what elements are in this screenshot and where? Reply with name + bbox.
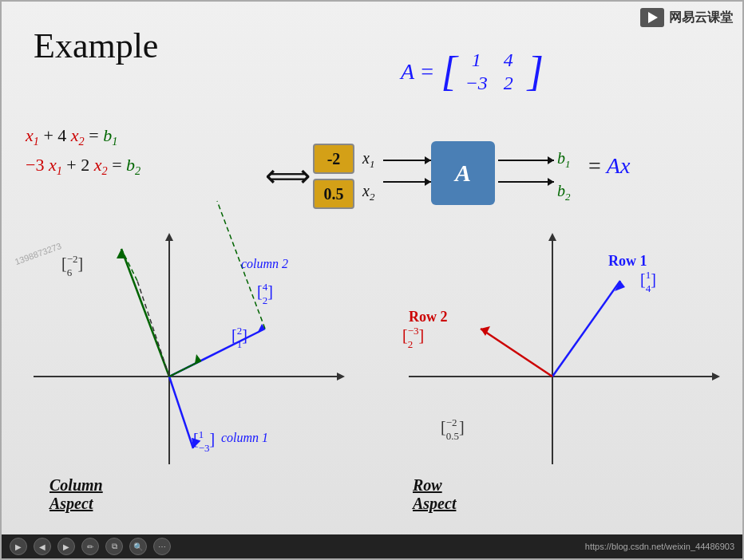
x-labels: x1 x2 [362, 149, 374, 203]
next-btn[interactable]: ▶ [57, 538, 75, 555]
b2-label: b2 [557, 182, 571, 203]
play-pause-btn[interactable]: ▶ [10, 538, 27, 555]
more-btn[interactable]: ⋯ [153, 538, 171, 555]
matrix-a-display: A = [ 1 4 −3 2 ] [401, 49, 544, 94]
right-graph: Row 1 [14] Row 2 [−32] [−20.5] [393, 233, 736, 496]
row1-label: Row 1 [608, 253, 647, 270]
b-labels: b1 b2 [557, 149, 571, 203]
prev-btn[interactable]: ◀ [34, 538, 51, 555]
x1-label: x1 [362, 149, 374, 171]
result-vec-label: [−26] [61, 253, 83, 280]
matrix-a-box: A [431, 141, 495, 205]
x1-eq1: x1 [26, 125, 39, 145]
edit-btn[interactable]: ✏ [81, 538, 99, 555]
equation-1: x1 + 4 x2 = b1 [26, 125, 140, 148]
col1-vec-label: [1−3] [193, 428, 215, 455]
zoom-in-btn[interactable]: 🔍 [129, 538, 147, 555]
row-aspect-line1: Row [413, 476, 456, 495]
logo-icon [640, 8, 664, 27]
equations-block: x1 + 4 x2 = b1 −3 x1 + 2 x2 = b2 [26, 125, 140, 179]
svg-marker-18 [712, 373, 720, 381]
page-title: Example [34, 26, 158, 66]
eq1-equals: = [89, 125, 103, 145]
svg-line-21 [552, 281, 620, 377]
equals-ax-label: = Ax [588, 153, 630, 179]
svg-line-10 [121, 249, 169, 377]
row-aspect-line2: Aspect [413, 495, 456, 513]
left-graph: column 2 [42] [21] column 1 [1−3] [−26] [18, 233, 361, 496]
eq2-equals: = [112, 155, 126, 175]
row1-vec-label: [14] [640, 269, 656, 296]
bracket-right: ] [528, 51, 544, 93]
bottom-bar: ▶ ◀ ▶ ✏ ⧉ 🔍 ⋯ https://blog.csdn.net/weix… [2, 534, 742, 558]
equals-sign: = [588, 153, 607, 178]
minus3: −3 [26, 155, 44, 175]
column-aspect-label: Column Aspect [49, 476, 103, 513]
arrow-x1-to-a [383, 160, 431, 161]
m00: 1 [461, 49, 493, 71]
top-bar: 网易云课堂 [640, 8, 733, 27]
x2-eq1: x2 [71, 125, 85, 145]
svg-marker-20 [548, 233, 556, 241]
input-box-2: 0.5 [313, 179, 354, 209]
x1-eq2: x1 [49, 155, 62, 175]
svg-line-23 [481, 329, 552, 377]
arrow-x2-to-a [383, 181, 431, 183]
b1-eq1: b1 [103, 125, 117, 145]
copy-btn[interactable]: ⧉ [105, 538, 123, 555]
row2-label: Row 2 [409, 309, 448, 325]
double-arrow: ⟺ [265, 157, 311, 195]
x-vec-label: [−20.5] [441, 416, 465, 444]
bracket-left: [ [441, 51, 457, 93]
input-boxes: -2 0.5 [313, 144, 354, 209]
logo-text: 网易云课堂 [669, 10, 733, 26]
x2-label: x2 [362, 182, 374, 203]
matrix-bracket: [ 1 4 −3 2 ] [441, 49, 544, 94]
column2-label: column 2 [241, 257, 288, 271]
svg-marker-5 [165, 233, 173, 241]
svg-marker-3 [337, 373, 345, 381]
row-aspect-label: Row Aspect [413, 476, 456, 513]
svg-marker-11 [117, 249, 126, 258]
column-aspect-line1: Column [49, 476, 103, 495]
col2-vec-label: [42] [257, 281, 273, 308]
bottom-controls: ▶ ◀ ▶ ✏ ⧉ 🔍 ⋯ [10, 538, 171, 555]
m11: 2 [493, 73, 524, 94]
arrow-a-to-b2 [498, 181, 554, 183]
column-aspect-line2: Aspect [49, 495, 103, 513]
svg-line-6 [169, 377, 193, 448]
matrix-a-label: A = [401, 59, 435, 85]
x2-eq2: x2 [94, 155, 108, 175]
m01: 4 [493, 49, 524, 71]
equation-2: −3 x1 + 2 x2 = b2 [26, 155, 140, 178]
col-combo-vec-label: [21] [232, 325, 247, 352]
matrix-values: 1 4 −3 2 [461, 49, 524, 94]
main-container: 网易云课堂 Example A = [ 1 4 −3 2 ] x1 + 4 x2… [0, 0, 744, 560]
b1-label: b1 [557, 149, 571, 171]
row2-vec-label: [−32] [402, 325, 424, 352]
b2-eq2: b2 [126, 155, 140, 175]
plus2: + 2 [66, 155, 89, 175]
arrow-a-to-b1 [498, 160, 554, 161]
plus1: + 4 [43, 125, 66, 145]
m10: −3 [461, 73, 493, 94]
column1-label: column 1 [221, 431, 268, 445]
bottom-link: https://blog.csdn.net/weixin_44486903 [585, 542, 734, 551]
input-box-1: -2 [313, 144, 354, 174]
